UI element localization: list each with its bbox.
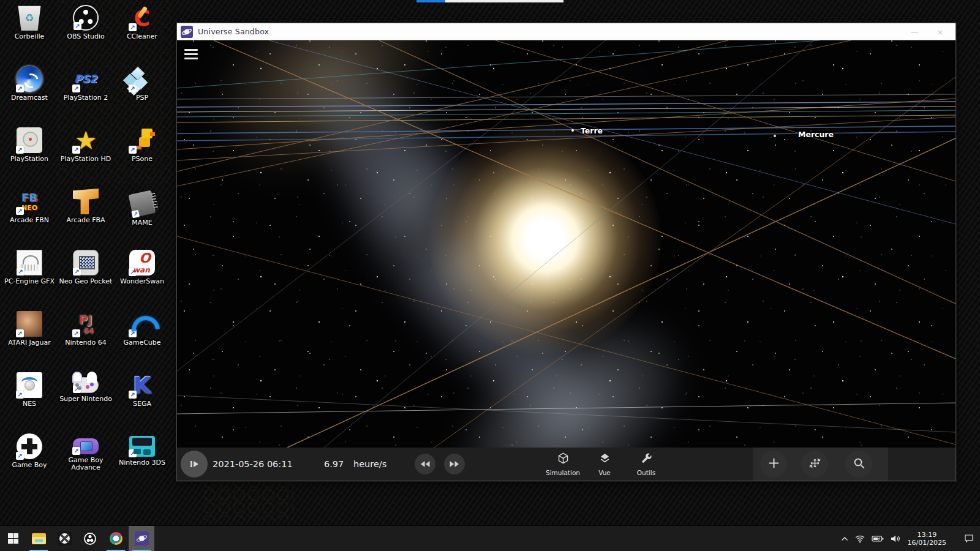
speed-up-button[interactable] [444,454,465,474]
minimize-button[interactable]: — [905,23,924,40]
tray-battery-icon[interactable] [872,535,884,542]
desktop-icon-label: Super Nintendo [59,395,112,403]
shortcut-arrow-icon: ↗ [16,391,24,399]
toolbar-vue-button[interactable]: Vue [584,448,625,481]
desktop-icon-label: Nintendo 64 [65,339,107,347]
taskbar-emulator[interactable] [51,526,77,551]
toolbar-button-label: Simulation [546,469,580,476]
pc-engine-gfx-icon: ↗ [17,250,42,276]
add-object-button[interactable] [760,451,787,478]
background-window-edge-blue [417,0,445,2]
shortcut-arrow-icon: ↗ [16,452,24,460]
tray-chevron-up-icon[interactable] [841,536,848,541]
action-center-icon[interactable] [964,534,974,543]
taskbar-obs-studio[interactable] [77,526,103,551]
clock-time: 13:19 [908,531,946,539]
obs-studio-icon: ↗ [73,5,99,31]
desktop-icon-label: Nintendo 3DS [119,459,165,467]
desktop-icon-arcade-fba[interactable]: ↗Arcade FBA [58,189,114,250]
clock-date: 16/01/2025 [908,539,946,547]
orbit-line [177,403,956,414]
planet-dot[interactable] [571,129,574,132]
desktop-icon-grid: Corbeille↗OBS Studio↗CCleaner↗Dreamcast↗… [1,5,172,495]
orbit-line [177,395,956,432]
recycle-bin-icon [17,5,42,31]
desktop-icon-nintendo-64[interactable]: ↗Nintendo 64 [58,311,114,372]
desktop-icon-mame[interactable]: ↗MAME [114,189,170,250]
taskbar-universe-sandbox[interactable] [129,526,154,551]
super-nintendo-icon: ↗ [73,377,99,393]
taskbar: 13:19 16/01/2025 [0,525,980,551]
desktop-icon-label: PlayStation HD [61,156,111,163]
desktop-icon-ccleaner[interactable]: ↗CCleaner [114,5,170,66]
planet-label-terre[interactable]: Terre [581,126,603,135]
desktop-icon-playstation-2[interactable]: ↗PlayStation 2 [58,66,114,127]
desktop-icon-psone[interactable]: ↗PSone [114,127,170,189]
simulation-speed-unit[interactable]: heure/s [353,459,386,469]
nintendo-64-icon: ↗ [73,311,99,337]
game-boy-advance-icon: ↗ [73,438,99,454]
orbit-line [214,40,956,359]
desktop-icon-label: PlayStation 2 [64,94,108,102]
simulation-viewport[interactable]: TerreMercure [177,40,956,448]
toolbar-outils-button[interactable]: Outils [625,448,667,481]
close-button[interactable]: × [931,23,949,40]
desktop-icon-wonderswan[interactable]: ↗WonderSwan [114,250,170,311]
chrome-icon [110,532,123,545]
wrench-icon [640,452,653,467]
desktop-icon-neo-geo-pocket[interactable]: ↗Neo Geo Pocket [58,250,114,311]
desktop-icon-label: WonderSwan [120,278,164,285]
shortcut-arrow-icon: ↗ [16,329,24,337]
desktop-icon-pc-engine-gfx[interactable]: ↗PC-Engine GFX [1,250,58,311]
start-button[interactable] [0,526,26,551]
simulation-speed-value[interactable]: 6.97 [324,459,344,469]
shortcut-arrow-icon: ↗ [72,146,80,154]
planet-label-mercure[interactable]: Mercure [798,130,834,139]
camera-move-button[interactable] [801,451,828,478]
play-pause-button[interactable] [181,451,208,478]
desktop-icon-nintendo-3ds[interactable]: ↗Nintendo 3DS [114,433,170,495]
orbit-line [177,40,851,186]
orbit-line [177,40,606,371]
desktop-icon-gamecube[interactable]: ↗GameCube [114,311,170,372]
tray-volume-icon[interactable] [891,534,901,543]
desktop-icon-game-boy-advance[interactable]: ↗Game Boy Advance [58,433,114,495]
mame-icon: ↗ [129,190,156,218]
tray-wifi-icon[interactable] [855,534,865,543]
shortcut-arrow-icon: ↗ [72,447,80,455]
desktop-icon-arcade-fbn[interactable]: ↗Arcade FBN [1,189,58,250]
desktop-icon-playstation[interactable]: ↗PlayStation [1,127,58,189]
desktop-icon-game-boy[interactable]: ↗Game Boy [1,433,58,495]
desktop-icon-corbeille[interactable]: Corbeille [1,5,58,66]
shortcut-arrow-icon: ↗ [73,385,81,393]
desktop-icon-dreamcast[interactable]: ↗Dreamcast [1,66,58,127]
psone-icon: ↗ [129,127,155,153]
desktop-icon-nes[interactable]: ↗NES [1,372,58,433]
desktop-icon-sega[interactable]: ↗SEGA [114,372,170,433]
gamecube-icon: ↗ [129,311,155,337]
fast-forward-icon [448,458,461,470]
playstation-hd-icon: ↗ [73,127,99,153]
playstation-2-icon: ↗ [73,66,99,92]
simulation-datetime[interactable]: 2021-05-26 06:11 [213,459,293,469]
menu-hamburger-icon[interactable] [184,49,198,62]
arcade-fbn-icon: ↗ [17,189,42,214]
neo-geo-pocket-icon: ↗ [73,250,99,276]
desktop-icon-atari-jaguar[interactable]: ↗ATARI Jaguar [1,311,58,372]
titlebar[interactable]: Universe Sandbox — × [177,23,956,40]
desktop-icon-psp[interactable]: ↗PSP [114,66,170,127]
toolbar-simulation-button[interactable]: Simulation [542,448,584,481]
desktop-icon-obs-studio[interactable]: ↗OBS Studio [58,5,114,66]
slow-down-button[interactable] [415,454,435,474]
desktop-icon-label: ATARI Jaguar [8,339,51,347]
cube-icon [557,452,570,467]
planet-dot[interactable] [774,135,776,137]
search-button[interactable] [845,451,872,478]
taskbar-clock[interactable]: 13:19 16/01/2025 [908,531,946,547]
desktop-icon-super-nintendo[interactable]: ↗Super Nintendo [58,372,114,433]
desktop-icon-label: PC-Engine GFX [4,278,55,285]
desktop-icon-playstation-hd[interactable]: ↗PlayStation HD [58,127,114,189]
shortcut-arrow-icon: ↗ [129,23,137,31]
taskbar-file-explorer[interactable] [26,526,51,551]
taskbar-chrome[interactable] [103,526,129,551]
